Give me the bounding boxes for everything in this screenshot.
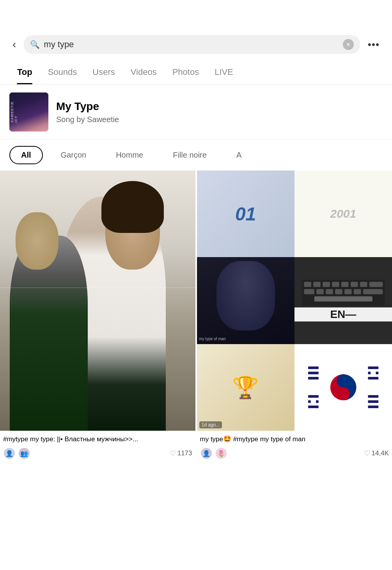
svg-rect-19: [308, 372, 319, 375]
svg-rect-13: [344, 289, 352, 294]
tab-photos[interactable]: Photos: [165, 60, 207, 84]
search-icon: 🔍: [30, 40, 40, 49]
svg-rect-24: [368, 377, 378, 380]
collage-timestamp: 1d ago...: [199, 421, 222, 428]
avatar-1: 👤: [3, 447, 16, 460]
svg-rect-25: [308, 395, 319, 398]
svg-rect-30: [368, 401, 378, 403]
svg-rect-5: [341, 282, 349, 287]
song-artist: Song by Saweetie: [56, 115, 383, 124]
chip-homme[interactable]: Homme: [104, 146, 155, 164]
tab-top[interactable]: Top: [9, 60, 40, 84]
video-thumbnail-right: 012001my type of man EN— 🏆1d ago...: [197, 170, 392, 431]
likes-text-left: 1173: [177, 449, 192, 457]
more-options-button[interactable]: •••: [365, 37, 383, 52]
svg-rect-16: [314, 297, 372, 302]
likes-text-right: 14,4K: [372, 449, 389, 457]
video-caption-right: my type🤩 #mytype my type of man 👤 🌷 ♡ 14…: [197, 431, 392, 462]
caption-text-left: #mytype my type: ||• Властные мужчины>>.…: [3, 435, 192, 444]
svg-rect-11: [326, 289, 333, 294]
chip-a[interactable]: A: [225, 146, 253, 164]
nav-tabs: Top Sounds Users Videos Photos LIVE: [0, 60, 392, 85]
svg-rect-6: [350, 282, 358, 287]
svg-rect-28: [308, 406, 319, 408]
song-info: My Type Song by Saweetie: [56, 100, 383, 124]
song-thumbnail: SAWEETIE ICY: [9, 92, 48, 131]
svg-rect-21: [368, 367, 378, 369]
svg-rect-20: [308, 377, 319, 380]
clear-search-button[interactable]: [343, 39, 354, 50]
search-query-text: my type: [44, 39, 339, 50]
filter-chips: All Garçon Homme Fille noire A: [0, 140, 392, 170]
svg-rect-8: [369, 282, 383, 287]
chip-garcon[interactable]: Garçon: [49, 146, 98, 164]
svg-rect-27: [316, 401, 319, 403]
svg-rect-15: [363, 289, 383, 294]
avatar-2: 👥: [18, 447, 30, 460]
song-title: My Type: [56, 100, 383, 113]
avatars-right: 👤 🌷: [200, 447, 227, 460]
heart-icon-left: ♡: [170, 449, 176, 458]
video-thumbnail-left: [0, 170, 195, 431]
video-caption-left: #mytype my type: ||• Властные мужчины>>.…: [0, 431, 195, 462]
avatar-3: 👤: [200, 447, 213, 460]
svg-rect-26: [308, 401, 311, 403]
like-count-right: ♡ 14,4K: [364, 449, 389, 458]
avatars-left: 👤 👥: [3, 447, 30, 460]
back-button[interactable]: ‹: [9, 37, 19, 52]
caption-text-right: my type🤩 #mytype my type of man: [200, 435, 389, 444]
chip-fille-noire[interactable]: Fille noire: [161, 146, 218, 164]
svg-rect-12: [335, 289, 342, 294]
svg-rect-31: [368, 406, 378, 408]
svg-rect-18: [308, 367, 319, 369]
svg-rect-3: [323, 282, 330, 287]
svg-rect-10: [316, 289, 324, 294]
svg-rect-7: [360, 282, 367, 287]
heart-icon-right: ♡: [364, 449, 370, 458]
song-card[interactable]: SAWEETIE ICY My Type Song by Saweetie: [0, 85, 392, 140]
svg-rect-2: [313, 282, 321, 287]
caption-meta-right: 👤 🌷 ♡ 14,4K: [200, 447, 389, 460]
svg-rect-14: [353, 289, 361, 294]
video-item-left[interactable]: #mytype my type: ||• Властные мужчины>>.…: [0, 170, 195, 462]
collage-cell-keyboard-en: EN—: [294, 257, 392, 344]
svg-rect-9: [304, 289, 314, 294]
tab-users[interactable]: Users: [85, 60, 122, 84]
header: ‹ 🔍 my type •••: [0, 0, 392, 60]
collage-cell-year: 2001: [294, 170, 392, 257]
tab-sounds[interactable]: Sounds: [40, 60, 85, 84]
collage-cell-dark-person: my type of man: [197, 257, 294, 344]
svg-rect-1: [304, 282, 311, 287]
chip-all[interactable]: All: [9, 146, 43, 164]
search-bar[interactable]: 🔍 my type: [24, 35, 360, 54]
tab-videos[interactable]: Videos: [123, 60, 165, 84]
svg-rect-22: [368, 372, 371, 375]
svg-rect-29: [368, 395, 378, 398]
avatar-4: 🌷: [215, 447, 227, 460]
svg-rect-4: [332, 282, 339, 287]
caption-meta-left: 👤 👥 ♡ 1173: [3, 447, 192, 460]
video-grid: #mytype my type: ||• Властные мужчины>>.…: [0, 170, 392, 462]
like-count-left: ♡ 1173: [170, 449, 192, 458]
collage-cell-jersey: 01: [197, 170, 294, 257]
tab-live[interactable]: LIVE: [207, 60, 241, 84]
video-item-right[interactable]: 012001my type of man EN— 🏆1d ago...: [197, 170, 392, 462]
collage-cell-trophy: 🏆1d ago...: [197, 344, 294, 431]
svg-rect-23: [376, 372, 378, 375]
collage-cell-kr-flag: [294, 344, 392, 431]
